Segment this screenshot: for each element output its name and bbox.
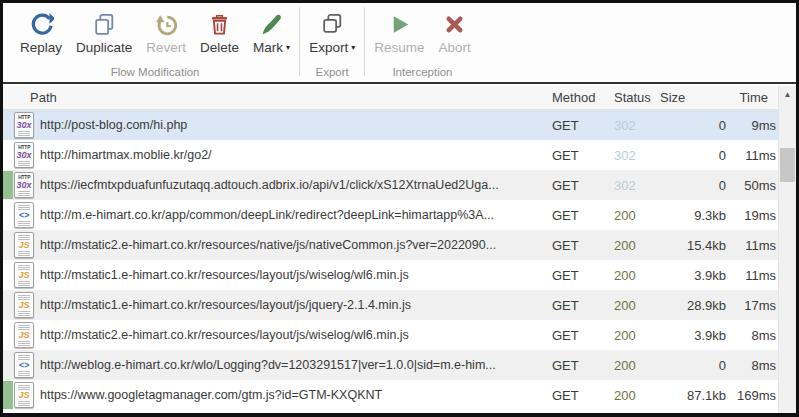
status-cell: 302: [606, 178, 652, 193]
status-cell: 200: [606, 208, 652, 223]
status-cell: 200: [606, 328, 652, 343]
file-icon-main-label: <>: [19, 361, 30, 370]
file-icon-text-lines: [18, 265, 30, 270]
method-cell: GET: [548, 268, 606, 283]
status-cell: 200: [606, 238, 652, 253]
revert-button[interactable]: Revert: [139, 3, 193, 55]
scrollbar-thumb[interactable]: [780, 148, 795, 182]
file-icon-text-lines: [18, 311, 30, 316]
method-cell: GET: [548, 328, 606, 343]
size-cell: 0: [652, 178, 726, 193]
session-row[interactable]: HTTP30xhttp://himartmax.moblie.kr/go2/GE…: [3, 140, 796, 170]
scrollbar-up-arrow-icon[interactable]: ▲: [779, 86, 796, 103]
method-cell: GET: [548, 208, 606, 223]
column-header-time[interactable]: Time: [726, 90, 778, 105]
http-redirect-file-icon: HTTP30x: [14, 142, 34, 168]
export-button[interactable]: Export▾: [302, 3, 362, 55]
file-icon-main-label: JS: [18, 391, 29, 400]
toolbar-group-buttons: ReplayDuplicateRevertDeleteMark▾: [13, 3, 297, 55]
file-icon-main-label: 30x: [16, 181, 31, 190]
time-cell: 50ms: [726, 178, 778, 193]
column-header-path[interactable]: Path: [3, 90, 548, 105]
toolbar: ReplayDuplicateRevertDeleteMark▾Flow Mod…: [3, 3, 796, 84]
session-row[interactable]: <>http://m.e-himart.co.kr/app/common/dee…: [3, 200, 796, 230]
mark-indicator: [3, 381, 13, 409]
path-cell: http://weblog.e-himart.co.kr/wlo/Logging…: [38, 358, 548, 372]
path-cell: http://mstatic1.e-himart.co.kr/resources…: [38, 268, 548, 282]
session-row[interactable]: JShttp://mstatic1.e-himart.co.kr/resourc…: [3, 260, 796, 290]
delete-button[interactable]: Delete: [193, 3, 246, 55]
file-icon-top-label: HTTP: [18, 175, 30, 180]
column-header-size[interactable]: Size: [652, 90, 726, 105]
size-cell: 0: [652, 148, 726, 163]
dropdown-caret-icon: ▾: [351, 43, 355, 52]
row-icon-cell: JS: [14, 262, 38, 288]
session-row[interactable]: JShttp://mstatic2.e-himart.co.kr/resourc…: [3, 230, 796, 260]
file-icon-text-lines: [18, 251, 30, 256]
toolbar-group-buttons: Export▾: [302, 3, 362, 55]
session-row[interactable]: JShttp://mstatic2.e-himart.co.kr/resourc…: [3, 320, 796, 350]
abort-button[interactable]: Abort: [431, 3, 477, 55]
duplicate-button-label: Duplicate: [76, 40, 132, 55]
dropdown-caret-icon: ▾: [286, 43, 290, 52]
toolbar-group-interception: ResumeAbortInterception: [367, 3, 478, 82]
path-cell: https://iecfmtxpduafunfuzutaqq.adtouch.a…: [38, 178, 548, 192]
toolbar-group-label: Interception: [367, 66, 478, 82]
mark-indicator: [3, 171, 13, 199]
size-cell: 3.9kb: [652, 328, 726, 343]
vertical-scrollbar[interactable]: ▲: [778, 86, 796, 413]
http-redirect-file-icon: HTTP30x: [14, 112, 34, 138]
column-header-status[interactable]: Status: [606, 90, 652, 105]
time-cell: 8ms: [726, 328, 778, 343]
time-cell: 11ms: [726, 148, 778, 163]
path-cell: https://www.googletagmanager.com/gtm.js?…: [38, 388, 548, 402]
file-icon-text-lines: [18, 325, 30, 330]
column-header-method[interactable]: Method: [548, 90, 606, 105]
file-icon-text-lines: [18, 131, 30, 136]
file-icon-main-label: JS: [18, 271, 29, 280]
row-icon-cell: JS: [14, 382, 38, 408]
mark-button[interactable]: Mark▾: [246, 3, 297, 55]
time-cell: 9ms: [726, 118, 778, 133]
method-cell: GET: [548, 298, 606, 313]
time-cell: 17ms: [726, 298, 778, 313]
file-icon-text-lines: [18, 205, 30, 210]
file-icon-top-label: HTTP: [18, 145, 30, 150]
table-header-row: Path Method Status Size Time: [3, 86, 796, 110]
delete-button-label: Delete: [200, 40, 239, 55]
replay-icon: [29, 10, 54, 38]
session-table: Path Method Status Size Time HTTP30xhttp…: [3, 86, 796, 413]
file-icon-main-label: 30x: [16, 151, 31, 160]
file-icon-text-lines: [18, 341, 30, 346]
toolbar-group-buttons: ResumeAbort: [367, 3, 478, 55]
status-cell: 302: [606, 118, 652, 133]
path-cell: http://mstatic1.e-himart.co.kr/resources…: [38, 298, 548, 312]
session-row[interactable]: JShttp://mstatic1.e-himart.co.kr/resourc…: [3, 290, 796, 320]
status-cell: 302: [606, 148, 652, 163]
path-cell: http://m.e-himart.co.kr/app/common/deepL…: [38, 208, 548, 222]
revert-button-label: Revert: [146, 40, 186, 55]
replay-button[interactable]: Replay: [13, 3, 69, 55]
time-cell: 169ms: [726, 388, 778, 403]
file-icon-text-lines: [18, 221, 30, 226]
toolbar-group-separator: [299, 7, 300, 76]
row-icon-cell: <>: [14, 352, 38, 378]
path-cell: http://post-blog.com/hi.php: [38, 118, 548, 132]
session-row[interactable]: HTTP30xhttps://iecfmtxpduafunfuzutaqq.ad…: [3, 170, 796, 200]
file-icon-text-lines: [18, 235, 30, 240]
time-cell: 11ms: [726, 238, 778, 253]
export-icon: [320, 10, 345, 38]
file-icon-text-lines: [18, 281, 30, 286]
resume-button[interactable]: Resume: [367, 3, 431, 55]
method-cell: GET: [548, 388, 606, 403]
row-icon-cell: HTTP30x: [14, 172, 38, 198]
size-cell: 3.9kb: [652, 268, 726, 283]
duplicate-button[interactable]: Duplicate: [69, 3, 139, 55]
session-row[interactable]: <>http://weblog.e-himart.co.kr/wlo/Loggi…: [3, 350, 796, 380]
session-row[interactable]: JShttps://www.googletagmanager.com/gtm.j…: [3, 380, 796, 410]
file-icon-text-lines: [18, 161, 30, 166]
session-row[interactable]: HTTP30xhttp://post-blog.com/hi.phpGET302…: [3, 110, 796, 140]
traffic-inspector-window: ReplayDuplicateRevertDeleteMark▾Flow Mod…: [0, 0, 799, 417]
session-rows: HTTP30xhttp://post-blog.com/hi.phpGET302…: [3, 110, 796, 413]
row-icon-cell: JS: [14, 322, 38, 348]
